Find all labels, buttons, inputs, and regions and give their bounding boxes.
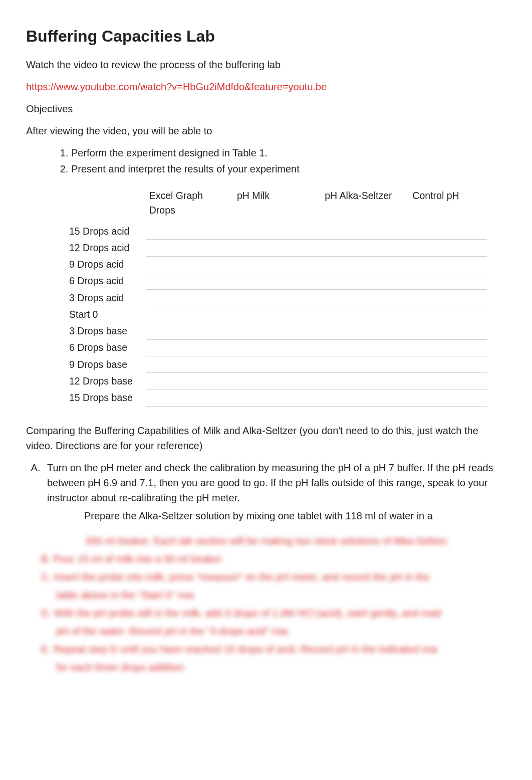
blurred-text: table above in the "Start 0" row. [56,588,506,603]
table-row: 15 Drops base [66,389,487,406]
table-cell [409,356,487,373]
objectives-heading: Objectives [26,101,506,116]
blurred-text: E. Repeat step D until you have reached … [41,642,506,657]
table-cell [146,339,234,356]
row-label: 12 Drops base [66,373,146,389]
table-row: 3 Drops acid [66,290,487,306]
table-cell [409,290,487,306]
col-header-control: Control pH [409,186,487,223]
table-cell [146,306,234,323]
table-cell [409,389,487,406]
table-cell [234,306,322,323]
table-row: 15 Drops acid [66,223,487,240]
list-item: Present and interpret the results of you… [71,161,506,176]
table-cell [322,306,409,323]
video-link[interactable]: https://www.youtube.com/watch?v=HbGu2iMd… [26,79,506,94]
table-cell [322,240,409,256]
table-cell [146,290,234,306]
blurred-text: C. Insert the probe into milk, press "me… [41,569,506,584]
procedure-text: Turn on the pH meter and check the calib… [47,462,493,503]
blurred-text: pH of the water. Record pH in the "3 dro… [56,624,506,639]
table-cell [322,339,409,356]
table-cell [146,240,234,256]
table-cell [234,339,322,356]
data-table-wrap: Excel Graph Drops pH Milk pH Alka-Seltze… [66,186,487,411]
table-cell [322,389,409,406]
table-cell [234,290,322,306]
table-cell [409,323,487,339]
row-label: Start 0 [66,306,146,323]
table-spacer [66,406,487,411]
col-header-empty [66,186,146,223]
table-row: Start 0 [66,306,487,323]
table-cell [409,306,487,323]
table-cell [146,373,234,389]
table-cell [322,223,409,240]
table-cell [146,389,234,406]
table-cell [146,356,234,373]
table-cell [322,356,409,373]
table-row: 6 Drops base [66,339,487,356]
after-viewing-text: After viewing the video, you will be abl… [26,123,506,138]
col-header-milk: pH Milk [234,186,322,223]
table-cell [146,223,234,240]
row-label: 12 Drops acid [66,240,146,256]
table-cell [234,323,322,339]
row-label: 15 Drops base [66,389,146,406]
blurred-preview: 200 ml beaker. Each lab section will be … [26,533,506,675]
table-cell [409,240,487,256]
table-cell [146,273,234,289]
row-label: 9 Drops base [66,356,146,373]
row-label: 9 Drops acid [66,256,146,273]
procedure-subtext: Prepare the Alka-Seltzer solution by mix… [84,508,506,523]
table-cell [234,389,322,406]
blurred-text: 200 ml beaker. Each lab section will be … [85,533,506,548]
blurred-text: D. With the pH probe still in the milk, … [41,606,506,621]
table-cell [409,339,487,356]
table-cell [234,256,322,273]
table-cell [234,356,322,373]
table-cell [409,273,487,289]
objectives-list: Perform the experiment designed in Table… [71,145,506,176]
table-row: 3 Drops base [66,323,487,339]
procedure-list: Turn on the pH meter and check the calib… [43,460,506,523]
table-cell [234,240,322,256]
row-label: 3 Drops base [66,323,146,339]
table-cell [234,223,322,240]
table-cell [146,323,234,339]
table-row: 9 Drops base [66,356,487,373]
compare-text: Comparing the Buffering Capabilities of … [26,423,506,453]
row-label: 3 Drops acid [66,290,146,306]
table-cell [322,256,409,273]
table-cell [322,273,409,289]
row-label: 6 Drops acid [66,273,146,289]
table-row: 6 Drops acid [66,273,487,289]
blurred-text: for each three drops addition. [56,660,506,675]
table-cell [146,256,234,273]
table-cell [409,373,487,389]
row-label: 6 Drops base [66,339,146,356]
table-cell [322,290,409,306]
table-row: 9 Drops acid [66,256,487,273]
list-item: Perform the experiment designed in Table… [71,145,506,160]
col-header-alka: pH Alka-Seltzer [322,186,409,223]
table-cell [409,223,487,240]
table-cell [409,256,487,273]
table-cell [234,373,322,389]
table-row: 12 Drops acid [66,240,487,256]
procedure-item: Turn on the pH meter and check the calib… [43,460,506,523]
data-table: Excel Graph Drops pH Milk pH Alka-Seltze… [66,186,487,411]
table-cell [322,323,409,339]
blurred-text: B. Pour 15 ml of milk into a 50 ml beake… [41,551,506,566]
row-label: 15 Drops acid [66,223,146,240]
page-title: Buffering Capacities Lab [26,24,506,48]
col-header-excel: Excel Graph Drops [146,186,234,223]
table-row: 12 Drops base [66,373,487,389]
table-cell [234,273,322,289]
intro-text: Watch the video to review the process of… [26,57,506,72]
table-cell [322,373,409,389]
